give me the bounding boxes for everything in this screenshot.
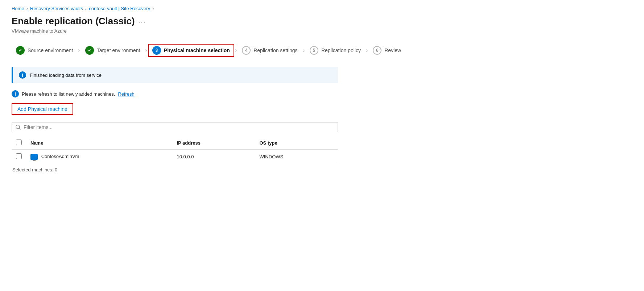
table-header-name: Name: [26, 137, 172, 150]
search-icon: [16, 125, 21, 130]
filter-row: [12, 122, 338, 132]
step6-label: Review: [384, 47, 401, 53]
step-replication-policy[interactable]: 5 Replication policy: [305, 44, 365, 57]
filter-input[interactable]: [24, 124, 334, 130]
breadcrumb-home[interactable]: Home: [12, 6, 24, 11]
refresh-notice-text: Please refresh to list newly added machi…: [22, 91, 115, 97]
step2-label: Target environment: [97, 47, 140, 53]
refresh-link[interactable]: Refresh: [118, 91, 135, 97]
breadcrumb-sep1: ›: [26, 6, 28, 11]
breadcrumb-recovery[interactable]: Recovery Services vaults: [30, 6, 83, 11]
table-header-checkbox-cell: [12, 137, 26, 150]
step5-label: Replication policy: [321, 47, 361, 53]
step3-label: Physical machine selection: [164, 47, 230, 53]
table-header-row: Name IP address OS type: [12, 137, 338, 150]
selected-count: Selected machines: 0: [12, 167, 338, 172]
info-icon: i: [19, 71, 26, 79]
table-row[interactable]: ContosoAdminVm 10.0.0.0 WINDOWS: [12, 150, 338, 164]
page-title-row: Enable replication (Classic) ...: [12, 16, 632, 27]
info-banner: i Finished loading data from service: [12, 67, 338, 83]
step-sep-2-3: ›: [144, 47, 148, 54]
breadcrumb: Home › Recovery Services vaults › contos…: [12, 6, 632, 11]
step-physical-machine-selection[interactable]: 3 Physical machine selection: [148, 44, 234, 57]
row-ip-cell: 10.0.0.0: [172, 150, 255, 164]
refresh-notice: i Please refresh to list newly added mac…: [12, 90, 632, 97]
row-name: ContosoAdminVm: [41, 154, 79, 159]
row-os: WINDOWS: [259, 154, 283, 159]
step5-circle: 5: [310, 46, 318, 55]
row-checkbox[interactable]: [16, 153, 22, 159]
step-target-environment[interactable]: ✓ Target environment: [81, 44, 145, 57]
step-source-environment[interactable]: ✓ Source environment: [12, 44, 77, 57]
step-sep-4-5: ›: [302, 47, 305, 54]
steps-row: ✓ Source environment › ✓ Target environm…: [12, 44, 632, 57]
add-physical-machine-button[interactable]: Add Physical machine: [12, 103, 73, 115]
row-ip: 10.0.0.0: [177, 154, 194, 159]
breadcrumb-sep3: ›: [152, 6, 154, 11]
step-replication-settings[interactable]: 4 Replication settings: [238, 44, 302, 57]
step-review[interactable]: 6 Review: [368, 44, 405, 57]
step-sep-3-4: ›: [234, 47, 238, 54]
info-banner-text: Finished loading data from service: [30, 72, 102, 78]
row-checkbox-cell: [12, 150, 26, 164]
row-os-cell: WINDOWS: [255, 150, 338, 164]
step6-circle: 6: [373, 46, 381, 55]
table-wrapper: Name IP address OS type ContosoAdminVm 1…: [12, 137, 338, 172]
row-name-cell: ContosoAdminVm: [26, 150, 172, 164]
step1-label: Source environment: [28, 47, 73, 53]
more-options-icon[interactable]: ...: [139, 17, 146, 25]
page-title: Enable replication (Classic): [12, 16, 135, 27]
step1-circle: ✓: [16, 46, 25, 55]
refresh-info-icon: i: [12, 90, 19, 97]
step4-label: Replication settings: [253, 47, 297, 53]
step2-circle: ✓: [85, 46, 94, 55]
step-sep-5-6: ›: [365, 47, 368, 54]
svg-line-1: [19, 128, 20, 129]
step-sep-1-2: ›: [77, 47, 80, 54]
step3-circle: 3: [152, 46, 161, 55]
step4-circle: 4: [242, 46, 251, 55]
breadcrumb-sep2: ›: [85, 6, 87, 11]
breadcrumb-vault[interactable]: contoso-vault | Site Recovery: [89, 6, 150, 11]
vm-icon: [30, 154, 38, 160]
main-page: Home › Recovery Services vaults › contos…: [0, 0, 644, 178]
page-subtitle: VMware machine to Azure: [12, 28, 632, 34]
table-header-os: OS type: [255, 137, 338, 150]
machines-table: Name IP address OS type ContosoAdminVm 1…: [12, 137, 338, 164]
select-all-checkbox[interactable]: [16, 140, 22, 145]
table-header-ip: IP address: [172, 137, 255, 150]
filter-input-wrapper: [12, 122, 338, 132]
